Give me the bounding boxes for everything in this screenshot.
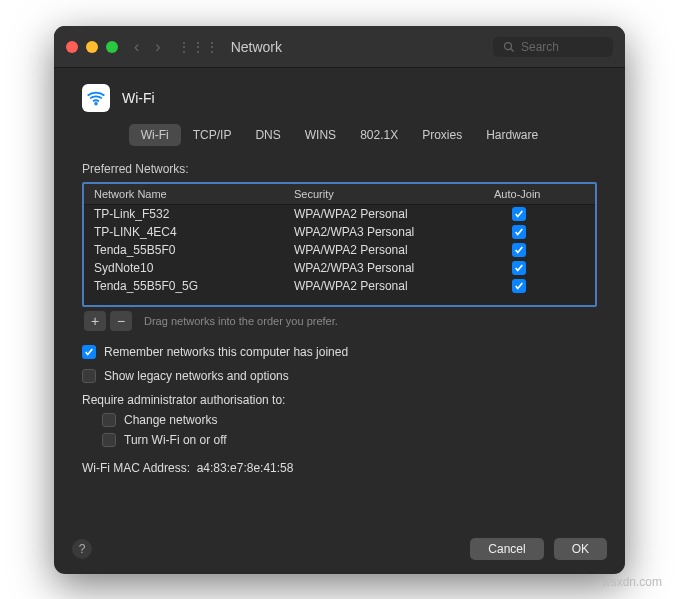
table-row[interactable]: TP-Link_F532WPA/WPA2 Personal xyxy=(84,205,595,223)
col-network-name[interactable]: Network Name xyxy=(94,188,294,200)
autojoin-checkbox[interactable] xyxy=(512,243,526,257)
add-network-button[interactable]: + xyxy=(84,311,106,331)
autojoin-checkbox[interactable] xyxy=(512,225,526,239)
network-security: WPA/WPA2 Personal xyxy=(294,243,494,257)
drag-hint: Drag networks into the order you prefer. xyxy=(144,315,338,327)
require-admin-label: Require administrator authorisation to: xyxy=(82,393,597,407)
table-row[interactable]: Tenda_55B5F0WPA/WPA2 Personal xyxy=(84,241,595,259)
remove-network-button[interactable]: − xyxy=(110,311,132,331)
turn-wifi-label: Turn Wi-Fi on or off xyxy=(124,433,227,447)
network-name: SydNote10 xyxy=(94,261,294,275)
network-name: TP-Link_F532 xyxy=(94,207,294,221)
change-networks-row: Change networks xyxy=(102,413,597,427)
autojoin-checkbox[interactable] xyxy=(512,279,526,293)
turn-wifi-checkbox[interactable] xyxy=(102,433,116,447)
mac-address-value: a4:83:e7:8e:41:58 xyxy=(197,461,294,475)
page-title: Wi-Fi xyxy=(122,90,155,106)
remember-networks-row: Remember networks this computer has join… xyxy=(82,345,597,359)
tab-hardware[interactable]: Hardware xyxy=(474,124,550,146)
show-legacy-row: Show legacy networks and options xyxy=(82,369,597,383)
help-button[interactable]: ? xyxy=(72,539,92,559)
bottom-bar: ? Cancel OK xyxy=(54,538,625,560)
forward-button[interactable]: › xyxy=(155,38,160,56)
table-row[interactable]: TP-LINK_4EC4WPA2/WPA3 Personal xyxy=(84,223,595,241)
tab-tcpip[interactable]: TCP/IP xyxy=(181,124,244,146)
watermark: wsxdn.com xyxy=(602,575,662,589)
search-icon xyxy=(503,41,515,53)
change-networks-checkbox[interactable] xyxy=(102,413,116,427)
show-all-icon[interactable]: ⋮⋮⋮ xyxy=(177,39,219,55)
close-button[interactable] xyxy=(66,41,78,53)
svg-line-1 xyxy=(511,48,514,51)
header-row: Wi-Fi xyxy=(54,68,625,122)
titlebar: ‹ › ⋮⋮⋮ Network Search xyxy=(54,26,625,68)
zoom-button[interactable] xyxy=(106,41,118,53)
table-footer: + − Drag networks into the order you pre… xyxy=(82,307,597,335)
preferred-networks-label: Preferred Networks: xyxy=(82,162,597,176)
table-row[interactable]: SydNote10WPA2/WPA3 Personal xyxy=(84,259,595,277)
remember-networks-checkbox[interactable] xyxy=(82,345,96,359)
ok-button[interactable]: OK xyxy=(554,538,607,560)
col-security[interactable]: Security xyxy=(294,188,494,200)
content: Preferred Networks: Network Name Securit… xyxy=(54,162,625,475)
back-button[interactable]: ‹ xyxy=(134,38,139,56)
network-security: WPA/WPA2 Personal xyxy=(294,279,494,293)
search-input[interactable]: Search xyxy=(493,37,613,57)
minimize-button[interactable] xyxy=(86,41,98,53)
network-name: Tenda_55B5F0_5G xyxy=(94,279,294,293)
mac-address-label: Wi-Fi MAC Address: xyxy=(82,461,190,475)
network-name: TP-LINK_4EC4 xyxy=(94,225,294,239)
search-placeholder: Search xyxy=(521,40,559,54)
table-row[interactable]: Tenda_55B5F0_5GWPA/WPA2 Personal xyxy=(84,277,595,295)
remember-networks-label: Remember networks this computer has join… xyxy=(104,345,348,359)
cancel-button[interactable]: Cancel xyxy=(470,538,543,560)
action-buttons: Cancel OK xyxy=(470,538,607,560)
nav-arrows: ‹ › xyxy=(134,38,161,56)
tab-wins[interactable]: WINS xyxy=(293,124,348,146)
autojoin-checkbox[interactable] xyxy=(512,261,526,275)
tab-wifi[interactable]: Wi-Fi xyxy=(129,124,181,146)
svg-point-0 xyxy=(505,42,512,49)
network-security: WPA2/WPA3 Personal xyxy=(294,261,494,275)
tab-dns[interactable]: DNS xyxy=(243,124,292,146)
show-legacy-checkbox[interactable] xyxy=(82,369,96,383)
col-auto-join[interactable]: Auto-Join xyxy=(494,188,585,200)
mac-address-row: Wi-Fi MAC Address: a4:83:e7:8e:41:58 xyxy=(82,461,597,475)
autojoin-checkbox[interactable] xyxy=(512,207,526,221)
traffic-lights xyxy=(66,41,118,53)
network-security: WPA2/WPA3 Personal xyxy=(294,225,494,239)
window-title: Network xyxy=(231,39,282,55)
tab-8021x[interactable]: 802.1X xyxy=(348,124,410,146)
show-legacy-label: Show legacy networks and options xyxy=(104,369,289,383)
network-name: Tenda_55B5F0 xyxy=(94,243,294,257)
table-header: Network Name Security Auto-Join xyxy=(84,184,595,205)
tabs: Wi-FiTCP/IPDNSWINS802.1XProxiesHardware xyxy=(54,122,625,148)
wifi-icon xyxy=(82,84,110,112)
tab-proxies[interactable]: Proxies xyxy=(410,124,474,146)
turn-wifi-row: Turn Wi-Fi on or off xyxy=(102,433,597,447)
svg-point-2 xyxy=(95,103,97,105)
preferences-window: ‹ › ⋮⋮⋮ Network Search Wi-Fi Wi-FiTCP/IP… xyxy=(54,26,625,574)
table-body[interactable]: TP-Link_F532WPA/WPA2 PersonalTP-LINK_4EC… xyxy=(84,205,595,305)
network-security: WPA/WPA2 Personal xyxy=(294,207,494,221)
change-networks-label: Change networks xyxy=(124,413,217,427)
networks-table: Network Name Security Auto-Join TP-Link_… xyxy=(82,182,597,307)
